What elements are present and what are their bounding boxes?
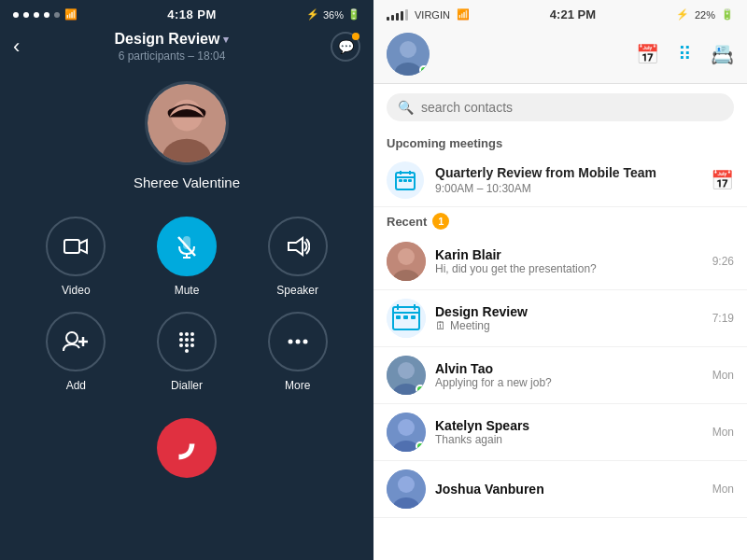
joshua-avatar-svg xyxy=(387,469,426,509)
svg-point-15 xyxy=(190,332,194,336)
add-button[interactable] xyxy=(46,312,106,371)
more-control[interactable]: More xyxy=(249,312,345,392)
svg-point-16 xyxy=(179,338,183,342)
contact-item-karin[interactable]: Karin Blair Hi, did you get the presenta… xyxy=(374,233,747,290)
contact-item-design-review[interactable]: Design Review 🗓 Meeting 7:19 xyxy=(374,290,747,347)
header-action-icons: 📅 ⠿ 📇 xyxy=(636,43,734,65)
joshua-info: Joshua Vanburen xyxy=(435,482,703,497)
left-header: ‹ Design Review ▾ 6 participants – 18:04… xyxy=(0,25,374,72)
sig-bar-3 xyxy=(396,13,399,21)
signal-dot-3 xyxy=(34,12,39,18)
svg-rect-44 xyxy=(396,315,401,319)
svg-point-19 xyxy=(179,343,183,347)
bluetooth-icon: ⚡ xyxy=(306,8,319,21)
video-label: Video xyxy=(62,284,90,297)
wifi-icon: 📶 xyxy=(64,8,78,21)
svg-point-37 xyxy=(398,248,415,265)
karin-time: 9:26 xyxy=(712,255,734,268)
chat-button[interactable]: 💬 xyxy=(331,32,360,62)
meeting-msg-icon: 🗓 xyxy=(435,319,446,332)
svg-rect-45 xyxy=(403,315,408,319)
contact-item-katelyn[interactable]: Katelyn Spears Thanks again Mon xyxy=(374,404,747,461)
meeting-icon xyxy=(387,161,424,199)
alvin-time: Mon xyxy=(712,369,734,382)
karin-avatar-svg xyxy=(387,242,426,281)
katelyn-name: Katelyn Spears xyxy=(435,418,703,433)
contacts-icon[interactable]: 📇 xyxy=(711,43,734,65)
dialler-control[interactable]: Dialler xyxy=(139,312,235,392)
mute-button[interactable] xyxy=(157,217,217,276)
left-time: 4:18 PM xyxy=(167,7,217,21)
meeting-action-icon[interactable]: 📅 xyxy=(711,169,734,191)
carrier-area: VIRGIN 📶 xyxy=(387,8,470,21)
joshua-time: Mon xyxy=(712,483,734,496)
left-battery: 36% xyxy=(323,9,344,21)
battery-icon: 🔋 xyxy=(347,8,360,21)
signal-dot-2 xyxy=(23,12,29,18)
svg-point-14 xyxy=(185,332,189,336)
search-icon: 🔍 xyxy=(398,100,414,115)
bt-right-icon: ⚡ xyxy=(676,8,689,21)
call-info: Design Review ▾ 6 participants – 18:04 xyxy=(13,31,331,63)
speaker-label: Speaker xyxy=(276,284,318,297)
caller-avatar xyxy=(145,81,229,165)
chat-icon: 💬 xyxy=(338,39,354,54)
design-review-avatar-svg xyxy=(387,299,426,338)
end-call-button[interactable] xyxy=(157,418,217,478)
contact-item-joshua[interactable]: Joshua Vanburen Mon xyxy=(374,461,747,518)
search-bar[interactable]: 🔍 xyxy=(387,93,734,121)
katelyn-online xyxy=(416,441,425,451)
mute-icon xyxy=(175,234,199,259)
video-control[interactable]: Video xyxy=(28,217,124,297)
svg-rect-35 xyxy=(408,179,412,182)
svg-point-54 xyxy=(398,476,415,493)
status-bar-left: 📶 4:18 PM ⚡ 36% 🔋 xyxy=(0,0,374,25)
karin-message: Hi, did you get the presentation? xyxy=(435,262,703,275)
svg-point-22 xyxy=(185,349,189,353)
video-button[interactable] xyxy=(46,217,106,276)
more-label: More xyxy=(285,379,310,392)
grid-icon[interactable]: ⠿ xyxy=(678,43,692,65)
right-header: 📅 ⠿ 📇 xyxy=(374,25,747,84)
meeting-item[interactable]: Quarterly Review from Mobile Team 9:00AM… xyxy=(374,154,747,207)
end-call-icon xyxy=(174,435,200,461)
svg-rect-46 xyxy=(411,315,416,319)
caller-name: Sheree Valentine xyxy=(134,175,240,190)
add-control[interactable]: Add xyxy=(28,312,124,392)
joshua-avatar xyxy=(387,469,426,509)
right-time: 4:21 PM xyxy=(550,7,596,21)
chat-badge xyxy=(352,33,359,40)
more-icon xyxy=(286,329,310,354)
design-review-message: 🗓 Meeting xyxy=(435,319,703,332)
recent-badge: 1 xyxy=(432,213,449,230)
add-label: Add xyxy=(66,379,86,392)
svg-point-51 xyxy=(398,419,415,436)
svg-point-24 xyxy=(295,340,300,344)
alvin-avatar xyxy=(387,356,426,395)
contact-item-alvin[interactable]: Alvin Tao Applying for a new job? Mon xyxy=(374,347,747,404)
sig-bar-2 xyxy=(391,15,394,21)
signal-dot-4 xyxy=(44,12,49,18)
svg-point-18 xyxy=(190,338,194,342)
svg-point-48 xyxy=(398,362,415,379)
user-avatar xyxy=(387,33,430,76)
alvin-name: Alvin Tao xyxy=(435,361,703,376)
speaker-control[interactable]: Speaker xyxy=(249,217,345,297)
left-battery-area: ⚡ 36% 🔋 xyxy=(306,8,360,21)
meeting-time: 9:00AM – 10:30AM xyxy=(435,182,699,195)
speaker-button[interactable] xyxy=(268,217,328,276)
design-review-info: Design Review 🗓 Meeting xyxy=(435,304,703,332)
right-battery-area: ⚡ 22% 🔋 xyxy=(676,8,734,21)
katelyn-time: Mon xyxy=(712,426,734,439)
mute-control[interactable]: Mute xyxy=(139,217,235,297)
back-button[interactable]: ‹ xyxy=(13,35,20,59)
speaker-icon xyxy=(286,234,310,259)
more-button[interactable] xyxy=(268,312,328,371)
dialler-button[interactable] xyxy=(157,312,217,371)
calendar-icon[interactable]: 📅 xyxy=(636,43,659,65)
wifi-right-icon: 📶 xyxy=(457,8,470,21)
design-review-name: Design Review xyxy=(435,304,703,319)
meeting-info: Quarterly Review from Mobile Team 9:00AM… xyxy=(435,165,699,195)
sig-bar-1 xyxy=(387,17,389,21)
search-input[interactable] xyxy=(421,100,723,115)
